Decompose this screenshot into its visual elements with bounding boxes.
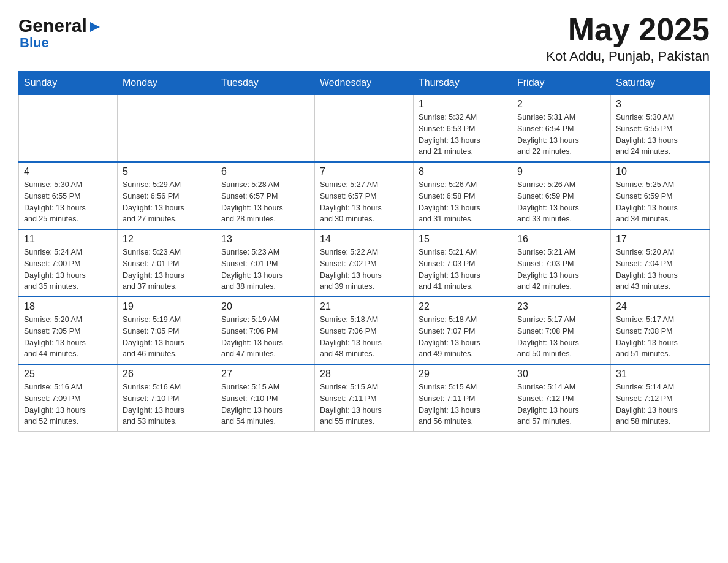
day-info: Sunrise: 5:15 AM Sunset: 7:11 PM Dayligh…: [320, 381, 408, 427]
table-row: 6Sunrise: 5:28 AM Sunset: 6:57 PM Daylig…: [216, 162, 315, 229]
location-subtitle: Kot Addu, Punjab, Pakistan: [546, 48, 710, 64]
table-row: 25Sunrise: 5:16 AM Sunset: 7:09 PM Dayli…: [19, 364, 118, 432]
day-number: 9: [517, 166, 605, 177]
table-row: 2Sunrise: 5:31 AM Sunset: 6:54 PM Daylig…: [512, 95, 611, 163]
day-number: 26: [123, 369, 211, 380]
table-row: 28Sunrise: 5:15 AM Sunset: 7:11 PM Dayli…: [315, 364, 414, 432]
calendar-week-row: 18Sunrise: 5:20 AM Sunset: 7:05 PM Dayli…: [19, 297, 710, 364]
day-info: Sunrise: 5:22 AM Sunset: 7:02 PM Dayligh…: [320, 247, 408, 293]
day-number: 3: [616, 99, 704, 110]
day-info: Sunrise: 5:18 AM Sunset: 7:07 PM Dayligh…: [419, 314, 507, 360]
logo-general-text: General: [18, 15, 87, 36]
day-info: Sunrise: 5:30 AM Sunset: 6:55 PM Dayligh…: [616, 112, 704, 158]
day-number: 7: [320, 166, 408, 177]
day-info: Sunrise: 5:20 AM Sunset: 7:05 PM Dayligh…: [24, 314, 112, 360]
logo-general: General: [18, 15, 101, 36]
svg-marker-0: [90, 22, 100, 32]
table-row: 24Sunrise: 5:17 AM Sunset: 7:08 PM Dayli…: [611, 297, 710, 364]
table-row: 30Sunrise: 5:14 AM Sunset: 7:12 PM Dayli…: [512, 364, 611, 432]
day-info: Sunrise: 5:20 AM Sunset: 7:04 PM Dayligh…: [616, 247, 704, 293]
day-number: 12: [123, 234, 211, 245]
table-row: 22Sunrise: 5:18 AM Sunset: 7:07 PM Dayli…: [414, 297, 512, 364]
day-number: 18: [24, 301, 112, 312]
table-row: 14Sunrise: 5:22 AM Sunset: 7:02 PM Dayli…: [315, 229, 414, 297]
calendar-week-row: 25Sunrise: 5:16 AM Sunset: 7:09 PM Dayli…: [19, 364, 710, 432]
day-number: 13: [221, 234, 309, 245]
table-row: 10Sunrise: 5:25 AM Sunset: 6:59 PM Dayli…: [611, 162, 710, 229]
month-year-title: May 2025: [546, 12, 710, 47]
table-row: 31Sunrise: 5:14 AM Sunset: 7:12 PM Dayli…: [611, 364, 710, 432]
day-number: 27: [221, 369, 309, 380]
calendar-week-row: 1Sunrise: 5:32 AM Sunset: 6:53 PM Daylig…: [19, 95, 710, 163]
day-info: Sunrise: 5:15 AM Sunset: 7:11 PM Dayligh…: [419, 381, 507, 427]
calendar-table: Sunday Monday Tuesday Wednesday Thursday…: [18, 71, 710, 432]
logo-blue-text: Blue: [20, 35, 49, 51]
table-row: [19, 95, 118, 163]
day-info: Sunrise: 5:21 AM Sunset: 7:03 PM Dayligh…: [517, 247, 605, 293]
calendar-week-row: 11Sunrise: 5:24 AM Sunset: 7:00 PM Dayli…: [19, 229, 710, 297]
day-number: 2: [517, 99, 605, 110]
day-info: Sunrise: 5:19 AM Sunset: 7:05 PM Dayligh…: [123, 314, 211, 360]
table-row: 27Sunrise: 5:15 AM Sunset: 7:10 PM Dayli…: [216, 364, 315, 432]
day-info: Sunrise: 5:28 AM Sunset: 6:57 PM Dayligh…: [221, 179, 309, 225]
col-thursday: Thursday: [414, 71, 512, 95]
day-info: Sunrise: 5:26 AM Sunset: 6:59 PM Dayligh…: [517, 179, 605, 225]
col-tuesday: Tuesday: [216, 71, 315, 95]
logo: General Blue: [18, 12, 101, 51]
day-info: Sunrise: 5:32 AM Sunset: 6:53 PM Dayligh…: [419, 112, 507, 158]
table-row: 9Sunrise: 5:26 AM Sunset: 6:59 PM Daylig…: [512, 162, 611, 229]
day-info: Sunrise: 5:30 AM Sunset: 6:55 PM Dayligh…: [24, 179, 112, 225]
day-number: 28: [320, 369, 408, 380]
day-info: Sunrise: 5:29 AM Sunset: 6:56 PM Dayligh…: [123, 179, 211, 225]
table-row: 26Sunrise: 5:16 AM Sunset: 7:10 PM Dayli…: [118, 364, 216, 432]
table-row: 4Sunrise: 5:30 AM Sunset: 6:55 PM Daylig…: [19, 162, 118, 229]
day-number: 20: [221, 301, 309, 312]
table-row: 29Sunrise: 5:15 AM Sunset: 7:11 PM Dayli…: [414, 364, 512, 432]
day-info: Sunrise: 5:31 AM Sunset: 6:54 PM Dayligh…: [517, 112, 605, 158]
table-row: [118, 95, 216, 163]
table-row: 15Sunrise: 5:21 AM Sunset: 7:03 PM Dayli…: [414, 229, 512, 297]
day-number: 14: [320, 234, 408, 245]
day-number: 15: [419, 234, 507, 245]
day-number: 10: [616, 166, 704, 177]
table-row: 23Sunrise: 5:17 AM Sunset: 7:08 PM Dayli…: [512, 297, 611, 364]
title-section: May 2025 Kot Addu, Punjab, Pakistan: [546, 12, 710, 64]
day-info: Sunrise: 5:21 AM Sunset: 7:03 PM Dayligh…: [419, 247, 507, 293]
table-row: 5Sunrise: 5:29 AM Sunset: 6:56 PM Daylig…: [118, 162, 216, 229]
day-info: Sunrise: 5:27 AM Sunset: 6:57 PM Dayligh…: [320, 179, 408, 225]
day-info: Sunrise: 5:14 AM Sunset: 7:12 PM Dayligh…: [616, 381, 704, 427]
day-info: Sunrise: 5:19 AM Sunset: 7:06 PM Dayligh…: [221, 314, 309, 360]
day-number: 23: [517, 301, 605, 312]
day-number: 8: [419, 166, 507, 177]
logo-arrow-icon: [89, 15, 101, 36]
day-number: 1: [419, 99, 507, 110]
day-number: 21: [320, 301, 408, 312]
table-row: 20Sunrise: 5:19 AM Sunset: 7:06 PM Dayli…: [216, 297, 315, 364]
day-info: Sunrise: 5:24 AM Sunset: 7:00 PM Dayligh…: [24, 247, 112, 293]
day-info: Sunrise: 5:23 AM Sunset: 7:01 PM Dayligh…: [221, 247, 309, 293]
day-info: Sunrise: 5:16 AM Sunset: 7:09 PM Dayligh…: [24, 381, 112, 427]
col-saturday: Saturday: [611, 71, 710, 95]
day-number: 19: [123, 301, 211, 312]
day-number: 22: [419, 301, 507, 312]
table-row: 1Sunrise: 5:32 AM Sunset: 6:53 PM Daylig…: [414, 95, 512, 163]
day-info: Sunrise: 5:23 AM Sunset: 7:01 PM Dayligh…: [123, 247, 211, 293]
day-number: 25: [24, 369, 112, 380]
day-info: Sunrise: 5:14 AM Sunset: 7:12 PM Dayligh…: [517, 381, 605, 427]
day-number: 16: [517, 234, 605, 245]
table-row: 17Sunrise: 5:20 AM Sunset: 7:04 PM Dayli…: [611, 229, 710, 297]
table-row: 12Sunrise: 5:23 AM Sunset: 7:01 PM Dayli…: [118, 229, 216, 297]
table-row: 16Sunrise: 5:21 AM Sunset: 7:03 PM Dayli…: [512, 229, 611, 297]
table-row: 8Sunrise: 5:26 AM Sunset: 6:58 PM Daylig…: [414, 162, 512, 229]
day-number: 6: [221, 166, 309, 177]
table-row: 19Sunrise: 5:19 AM Sunset: 7:05 PM Dayli…: [118, 297, 216, 364]
day-info: Sunrise: 5:26 AM Sunset: 6:58 PM Dayligh…: [419, 179, 507, 225]
day-info: Sunrise: 5:25 AM Sunset: 6:59 PM Dayligh…: [616, 179, 704, 225]
table-row: 13Sunrise: 5:23 AM Sunset: 7:01 PM Dayli…: [216, 229, 315, 297]
col-monday: Monday: [118, 71, 216, 95]
col-friday: Friday: [512, 71, 611, 95]
col-sunday: Sunday: [19, 71, 118, 95]
page-header: General Blue May 2025 Kot Addu, Punjab, …: [18, 12, 710, 64]
day-info: Sunrise: 5:17 AM Sunset: 7:08 PM Dayligh…: [616, 314, 704, 360]
day-number: 24: [616, 301, 704, 312]
